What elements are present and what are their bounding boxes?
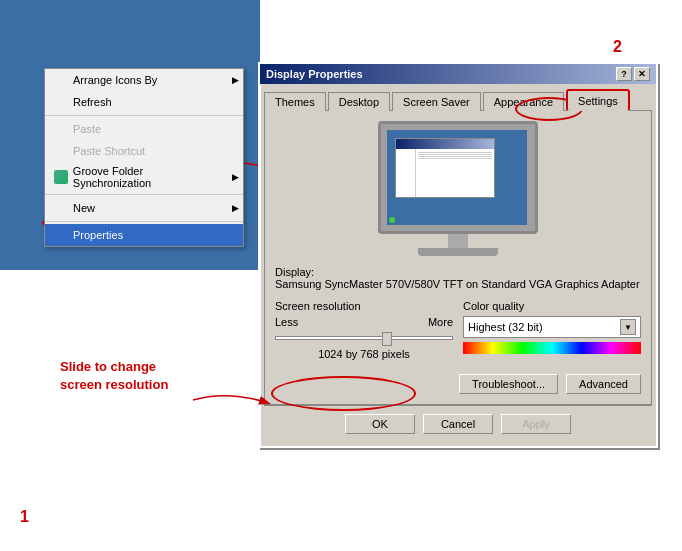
monitor [378,121,538,256]
slide-arrow [188,385,278,415]
apply-button[interactable]: Apply [501,414,571,434]
paste-shortcut-icon [53,143,69,159]
new-icon [53,200,69,216]
resolution-label: Screen resolution [275,300,453,312]
slider-less-label: Less [275,316,298,328]
help-button[interactable]: ? [616,67,632,81]
display-value: Samsung SyncMaster 570V/580V TFT on Stan… [275,278,640,290]
slide-annotation: Slide to change screen resolution [60,358,190,394]
monitor-preview [275,121,641,256]
menu-item-paste-shortcut[interactable]: Paste Shortcut [45,140,243,162]
screen-line-1 [418,152,492,153]
monitor-base [418,248,498,256]
menu-item-groove[interactable]: Groove Folder Synchronization [45,162,243,192]
label-1: 1 [20,508,29,526]
troubleshoot-button[interactable]: Troubleshoot... [459,374,558,394]
cancel-button[interactable]: Cancel [423,414,493,434]
tab-screensaver[interactable]: Screen Saver [392,92,481,111]
tab-themes[interactable]: Themes [264,92,326,111]
screen-window-content [396,149,494,197]
color-quality-dropdown-arrow[interactable]: ▼ [620,319,636,335]
context-menu: Arrange Icons By Refresh Paste Paste Sho… [44,68,244,247]
tab-desktop[interactable]: Desktop [328,92,390,111]
monitor-screen [387,130,527,225]
screen-window-titlebar [396,139,494,149]
menu-separator-3 [45,221,243,222]
properties-icon [53,227,69,243]
slider-more-label: More [428,316,453,328]
screen-desktop [387,130,527,225]
tab-appearance[interactable]: Appearance [483,92,564,111]
resolution-value: 1024 by 768 pixels [275,348,453,360]
menu-separator-1 [45,115,243,116]
menu-separator-2 [45,194,243,195]
color-quality-group: Color quality Highest (32 bit) ▼ [463,300,641,364]
slider-container: Less More 1024 by 768 pixels [275,316,453,360]
color-quality-select[interactable]: Highest (32 bit) ▼ [463,316,641,338]
menu-item-paste[interactable]: Paste [45,118,243,140]
screen-main [416,149,494,197]
power-indicator [389,217,395,223]
settings-row: Screen resolution Less More 1024 by 768 … [275,300,641,364]
dialog-bottom-buttons: OK Cancel Apply [264,405,652,442]
groove-icon [53,169,69,185]
display-properties-dialog: Display Properties ? ✕ Themes Desktop Sc… [258,62,658,448]
resolution-group: Screen resolution Less More 1024 by 768 … [275,300,453,364]
menu-item-arrange[interactable]: Arrange Icons By [45,69,243,91]
color-quality-label: Color quality [463,300,641,312]
refresh-icon [53,94,69,110]
slider-track [275,336,453,340]
screen-sidebar [396,149,416,197]
paste-icon [53,121,69,137]
tab-settings[interactable]: Settings [566,89,630,111]
color-bar [463,342,641,354]
title-buttons: ? ✕ [616,67,650,81]
secondary-buttons: Troubleshoot... Advanced [275,374,641,394]
arrange-icon [53,72,69,88]
dialog-titlebar: Display Properties ? ✕ [260,64,656,84]
close-button[interactable]: ✕ [634,67,650,81]
screen-line-2 [418,154,492,155]
display-info: Display: Samsung SyncMaster 570V/580V TF… [275,266,641,290]
color-quality-value: Highest (32 bit) [468,321,620,333]
menu-item-refresh[interactable]: Refresh [45,91,243,113]
advanced-button[interactable]: Advanced [566,374,641,394]
display-label: Display: [275,266,314,278]
tab-content-settings: Display: Samsung SyncMaster 570V/580V TF… [264,110,652,405]
screen-line-4 [418,158,492,159]
menu-item-properties[interactable]: Properties [45,224,243,246]
screen-line-3 [418,156,492,157]
dialog-title: Display Properties [266,68,616,80]
tab-bar: Themes Desktop Screen Saver Appearance S… [264,88,652,110]
menu-item-new[interactable]: New [45,197,243,219]
screen-window [395,138,495,198]
slider-thumb[interactable] [382,332,392,346]
monitor-outer [378,121,538,234]
label-2: 2 [613,38,622,56]
monitor-neck [448,234,468,248]
slider-labels: Less More [275,316,453,328]
ok-button[interactable]: OK [345,414,415,434]
